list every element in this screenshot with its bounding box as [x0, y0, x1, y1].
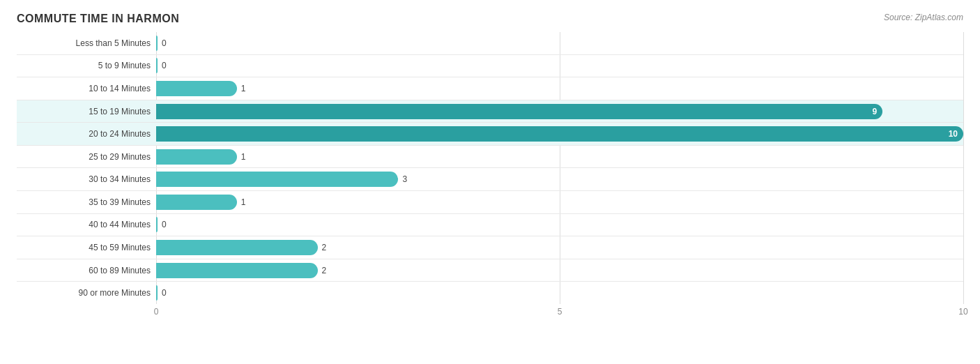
chart-container: COMMUTE TIME IN HARMON Source: ZipAtlas.…: [0, 0, 980, 364]
chart-header: COMMUTE TIME IN HARMON Source: ZipAtlas.…: [17, 13, 963, 25]
bar-row: 90 or more Minutes0: [17, 282, 963, 304]
grid-line: [963, 32, 964, 304]
bar-row: 60 to 89 Minutes2: [17, 259, 963, 282]
chart-body: Less than 5 Minutes05 to 9 Minutes010 to…: [17, 32, 963, 321]
bars-area: Less than 5 Minutes05 to 9 Minutes010 to…: [17, 32, 963, 304]
x-axis: 0510: [156, 307, 963, 321]
bar-fill: [156, 172, 398, 187]
bar-track: 0: [156, 32, 963, 54]
bar-label: 90 or more Minutes: [17, 288, 156, 298]
bar-fill: [156, 36, 158, 51]
bar-track: 1: [156, 77, 963, 100]
bar-row: Less than 5 Minutes0: [17, 32, 963, 55]
bar-row: 35 to 39 Minutes1: [17, 191, 963, 214]
bar-value-label: 0: [162, 61, 167, 70]
bar-label: 35 to 39 Minutes: [17, 197, 156, 207]
bar-row: 10 to 14 Minutes1: [17, 77, 963, 100]
bar-row: 30 to 34 Minutes3: [17, 168, 963, 191]
bar-value-label: 2: [322, 243, 327, 252]
x-tick: 5: [558, 307, 562, 317]
bar-label: 60 to 89 Minutes: [17, 266, 156, 275]
x-tick: 10: [958, 307, 967, 317]
bar-track: 9: [156, 100, 963, 123]
bar-value-label: 9: [873, 107, 883, 116]
bar-fill: [156, 263, 318, 278]
bar-label: 5 to 9 Minutes: [17, 61, 156, 70]
bar-track: 1: [156, 146, 963, 168]
bar-fill: [156, 217, 158, 232]
bar-track: 0: [156, 55, 963, 77]
bar-fill: [156, 149, 237, 165]
bar-track: 0: [156, 214, 963, 236]
bar-row: 15 to 19 Minutes9: [17, 100, 963, 123]
bar-fill: [156, 58, 158, 73]
bar-value-label: 1: [241, 84, 246, 93]
bar-fill: [156, 240, 318, 255]
bar-value-label: 1: [241, 152, 246, 162]
bar-label: 10 to 14 Minutes: [17, 84, 156, 93]
bar-track: 10: [156, 123, 963, 145]
bar-track: 1: [156, 191, 963, 213]
bar-fill: [156, 195, 237, 210]
bar-label: 40 to 44 Minutes: [17, 220, 156, 229]
bar-label: 15 to 19 Minutes: [17, 107, 156, 116]
bar-row: 40 to 44 Minutes0: [17, 214, 963, 237]
bar-value-label: 1: [241, 197, 246, 207]
bar-track: 2: [156, 236, 963, 259]
x-tick: 0: [154, 307, 159, 317]
bar-fill: [156, 81, 237, 96]
bar-label: Less than 5 Minutes: [17, 38, 156, 48]
bar-row: 20 to 24 Minutes10: [17, 123, 963, 146]
bar-fill: [156, 285, 158, 301]
bar-value-label: 0: [162, 288, 167, 298]
bar-value-label: 0: [162, 220, 167, 229]
bar-row: 5 to 9 Minutes0: [17, 55, 963, 78]
bar-fill: 9: [156, 104, 882, 119]
bar-track: 3: [156, 168, 963, 190]
bar-value-label: 0: [162, 38, 167, 48]
bar-fill: 10: [156, 126, 963, 142]
bar-track: 2: [156, 259, 963, 282]
chart-source: Source: ZipAtlas.com: [884, 13, 963, 22]
bar-label: 45 to 59 Minutes: [17, 243, 156, 252]
bar-value-label: 2: [322, 266, 327, 275]
bar-label: 25 to 29 Minutes: [17, 152, 156, 162]
bar-value-label: 10: [949, 129, 963, 139]
bar-value-label: 3: [402, 174, 407, 184]
bar-label: 20 to 24 Minutes: [17, 129, 156, 139]
bar-row: 45 to 59 Minutes2: [17, 236, 963, 259]
bar-row: 25 to 29 Minutes1: [17, 146, 963, 169]
bar-track: 0: [156, 282, 963, 304]
bar-label: 30 to 34 Minutes: [17, 174, 156, 184]
chart-title: COMMUTE TIME IN HARMON: [17, 13, 179, 25]
